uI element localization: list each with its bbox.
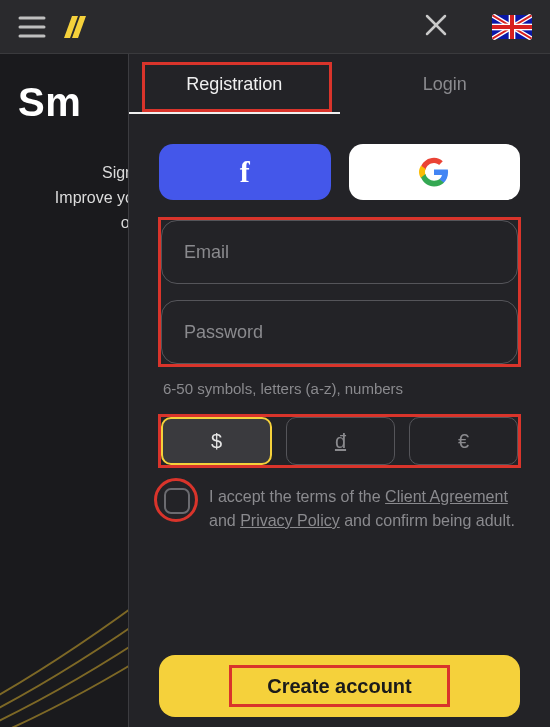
menu-icon[interactable] xyxy=(18,16,46,38)
brand-logo xyxy=(60,14,86,40)
facebook-icon: f xyxy=(240,155,250,189)
terms-checkbox[interactable] xyxy=(164,488,190,514)
create-account-label: Create account xyxy=(267,675,412,697)
facebook-login-button[interactable]: f xyxy=(159,144,331,200)
tab-registration-label: Registration xyxy=(186,74,282,95)
tab-login-label: Login xyxy=(423,74,467,95)
tutorial-highlight-inputs xyxy=(159,218,520,366)
tab-login[interactable]: Login xyxy=(340,54,551,114)
close-icon[interactable] xyxy=(424,13,448,41)
tab-registration[interactable]: Registration xyxy=(129,54,340,114)
language-flag-uk[interactable] xyxy=(492,14,532,40)
currency-eur-button[interactable]: € xyxy=(409,417,518,465)
password-hint: 6-50 symbols, letters (a-z), numbers xyxy=(159,380,520,397)
client-agreement-link[interactable]: Client Agreement xyxy=(385,488,508,505)
terms-row: I accept the terms of the Client Agreeme… xyxy=(159,485,520,533)
top-bar xyxy=(0,0,550,54)
create-account-button[interactable]: Create account xyxy=(159,655,520,717)
email-field[interactable] xyxy=(161,220,518,284)
social-login-row: f xyxy=(159,144,520,200)
currency-usd-button[interactable]: $ xyxy=(161,417,272,465)
password-field[interactable] xyxy=(161,300,518,364)
currency-dong-button[interactable]: đ xyxy=(286,417,395,465)
google-icon xyxy=(419,157,449,187)
auth-tabs: Registration Login xyxy=(129,54,550,114)
google-login-button[interactable] xyxy=(349,144,521,200)
svg-rect-9 xyxy=(492,25,532,29)
terms-text: I accept the terms of the Client Agreeme… xyxy=(209,485,520,533)
auth-panel: Registration Login f 6-50 symbols, xyxy=(128,54,550,727)
tutorial-highlight-currency: $ đ € xyxy=(159,415,520,467)
privacy-policy-link[interactable]: Privacy Policy xyxy=(240,512,340,529)
